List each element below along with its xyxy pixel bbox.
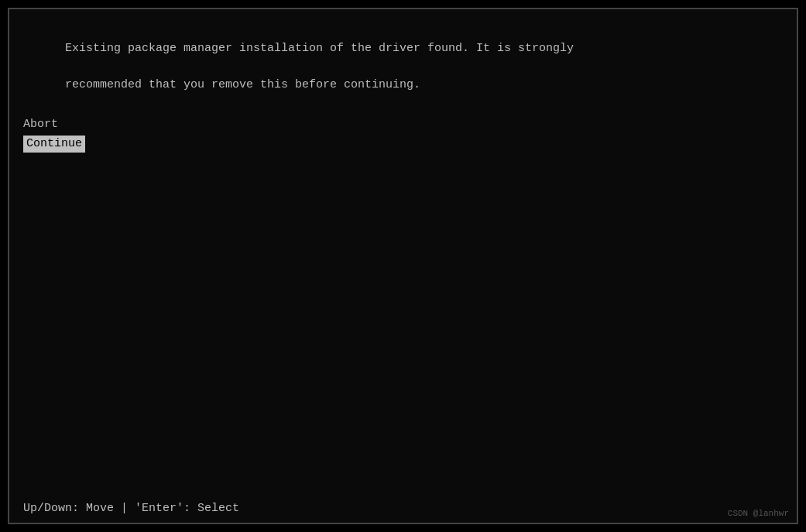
terminal-window: Existing package manager installation of… (8, 8, 798, 524)
menu-item-abort[interactable]: Abort (23, 116, 61, 134)
terminal-content: Existing package manager installation of… (9, 9, 797, 494)
menu-item-continue[interactable]: Continue (23, 136, 85, 153)
message-line2: recommended that you remove this before … (65, 78, 420, 91)
status-bar: Up/Down: Move | 'Enter': Select (9, 494, 797, 523)
watermark: CSDN @lanhwr (728, 509, 789, 518)
message-line1: Existing package manager installation of… (65, 42, 574, 55)
menu-list: Abort Continue (23, 116, 783, 153)
status-bar-text: Up/Down: Move | 'Enter': Select (23, 502, 239, 515)
message-text: Existing package manager installation of… (23, 22, 783, 112)
